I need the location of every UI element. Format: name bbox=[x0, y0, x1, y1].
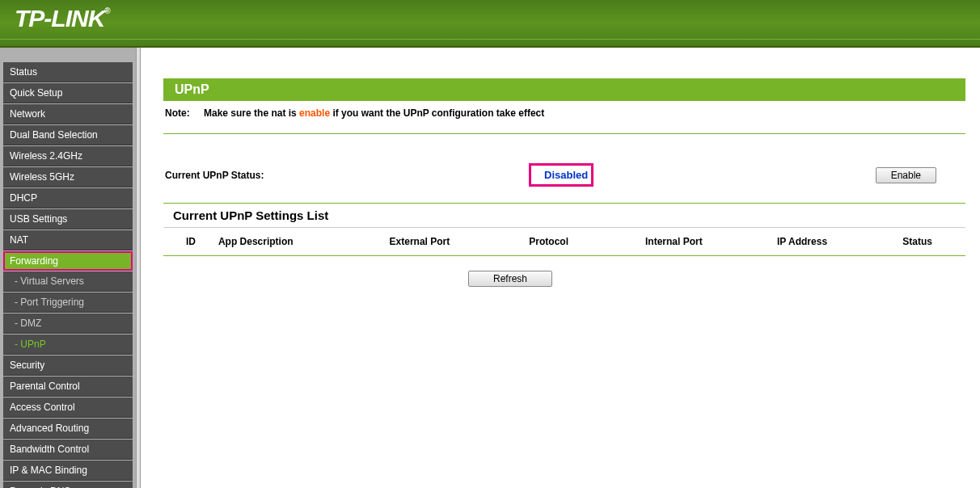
main-content: UPnP Note: Make sure the nat is enable i… bbox=[141, 48, 980, 488]
col-id: ID bbox=[163, 236, 218, 247]
sidebar-sub-item[interactable]: - UPnP bbox=[3, 334, 133, 355]
status-row: Current UPnP Status: Disabled Enable bbox=[163, 142, 965, 203]
brand-logo: TP-LINK® bbox=[15, 5, 110, 32]
list-title: Current UPnP Settings List bbox=[163, 203, 965, 228]
col-ip: IP Address bbox=[777, 236, 902, 247]
sidebar-item[interactable]: IP & MAC Binding bbox=[3, 461, 133, 481]
col-ext: External Port bbox=[390, 236, 530, 247]
sidebar-sub-item[interactable]: - Port Triggering bbox=[3, 292, 133, 313]
col-int: Internal Port bbox=[645, 236, 777, 247]
note-row: Note: Make sure the nat is enable if you… bbox=[163, 101, 965, 125]
sidebar-item[interactable]: Access Control bbox=[3, 398, 133, 418]
sidebar-item[interactable]: Security bbox=[3, 355, 133, 376]
sidebar-item[interactable]: Advanced Routing bbox=[3, 419, 133, 439]
sidebar-item[interactable]: Network bbox=[3, 104, 133, 124]
sidebar-item[interactable]: Dual Band Selection bbox=[3, 125, 133, 145]
sidebar-item[interactable]: Parental Control bbox=[3, 377, 133, 397]
sidebar-sub-item[interactable]: - DMZ bbox=[3, 313, 133, 334]
sidebar-item[interactable]: USB Settings bbox=[3, 209, 133, 229]
sidebar-sub-item[interactable]: - Virtual Servers bbox=[3, 271, 133, 292]
status-value: Disabled bbox=[529, 163, 593, 187]
sidebar-item[interactable]: NAT bbox=[3, 230, 133, 250]
sidebar-item[interactable]: Dynamic DNS bbox=[3, 482, 133, 488]
sidebar-item[interactable]: Wireless 5GHz bbox=[3, 167, 133, 187]
sidebar-item[interactable]: Wireless 2.4GHz bbox=[3, 146, 133, 166]
sidebar-item[interactable]: Status bbox=[3, 62, 133, 82]
top-header: TP-LINK® bbox=[0, 0, 980, 48]
refresh-button[interactable]: Refresh bbox=[468, 271, 552, 287]
col-status: Status bbox=[902, 236, 965, 247]
col-app: App Description bbox=[218, 236, 390, 247]
enable-button[interactable]: Enable bbox=[876, 167, 936, 183]
note-label: Note: bbox=[165, 107, 190, 119]
col-proto: Protocol bbox=[529, 236, 645, 247]
note-text: Make sure the nat is enable if you want … bbox=[204, 107, 544, 119]
sidebar-item[interactable]: DHCP bbox=[3, 188, 133, 208]
sidebar-item[interactable]: Bandwidth Control bbox=[3, 440, 133, 460]
status-label: Current UPnP Status: bbox=[165, 170, 529, 181]
sidebar-nav: StatusQuick SetupNetworkDual Band Select… bbox=[0, 48, 136, 488]
divider-line bbox=[163, 133, 965, 134]
sidebar-item[interactable]: Quick Setup bbox=[3, 83, 133, 103]
table-header: ID App Description External Port Protoco… bbox=[163, 228, 965, 256]
page-title: UPnP bbox=[163, 78, 965, 101]
sidebar-item[interactable]: Forwarding bbox=[3, 251, 133, 271]
